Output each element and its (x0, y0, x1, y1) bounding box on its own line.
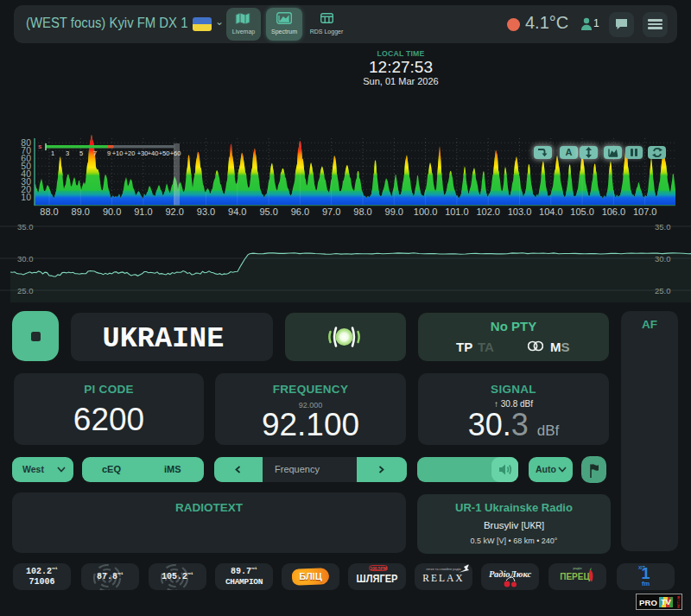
svg-text:35.0: 35.0 (655, 222, 671, 232)
svg-text:25.0: 25.0 (17, 286, 34, 295)
svg-text:35.0: 35.0 (17, 222, 34, 232)
svg-text:30.0: 30.0 (655, 254, 671, 264)
svg-text:30.0: 30.0 (17, 254, 34, 264)
svg-text:25.0: 25.0 (655, 286, 671, 295)
